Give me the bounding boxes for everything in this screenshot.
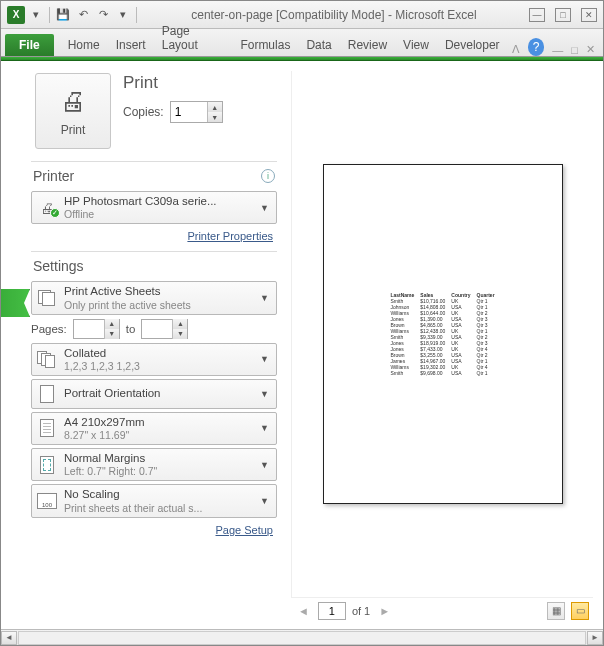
sheets-icon bbox=[36, 290, 58, 306]
settings-section-header: Settings bbox=[33, 258, 84, 274]
copies-input[interactable] bbox=[171, 105, 207, 119]
pages-to-label: to bbox=[126, 323, 136, 335]
margins-sub: Left: 0.7" Right: 0.7" bbox=[64, 465, 251, 477]
ribbon-minimize-icon[interactable]: ᐱ bbox=[508, 43, 524, 56]
printer-device-icon: 🖨✓ bbox=[36, 200, 58, 216]
zoom-to-page-button[interactable]: ▭ bbox=[571, 602, 589, 620]
scaling-sub: Print sheets at their actual s... bbox=[64, 502, 251, 514]
copies-up-icon[interactable]: ▲ bbox=[208, 102, 222, 112]
title-bar: X ▾ 💾 ↶ ↷ ▾ center-on-page [Compatibilit… bbox=[1, 1, 603, 29]
scaling-main: No Scaling bbox=[64, 488, 251, 501]
file-tab[interactable]: File bbox=[5, 34, 54, 56]
chevron-down-icon: ▼ bbox=[257, 203, 272, 213]
backstage-left-edge bbox=[1, 61, 31, 629]
tab-data[interactable]: Data bbox=[298, 34, 339, 56]
chevron-down-icon: ▼ bbox=[257, 496, 272, 506]
paper-sub: 8.27" x 11.69" bbox=[64, 429, 251, 441]
collation-main: Collated bbox=[64, 347, 251, 360]
orientation-dropdown[interactable]: Portrait Orientation ▼ bbox=[31, 379, 277, 409]
print-panel: 🖨 Print Print Copies: ▲▼ Printer i 🖨✓ bbox=[31, 61, 281, 629]
redo-icon[interactable]: ↷ bbox=[94, 6, 112, 24]
scaling-icon: 100 bbox=[36, 493, 58, 509]
print-what-main: Print Active Sheets bbox=[64, 285, 251, 298]
chevron-down-icon: ▼ bbox=[257, 460, 272, 470]
workbook-restore-icon[interactable]: □ bbox=[567, 44, 582, 56]
tab-home[interactable]: Home bbox=[60, 34, 108, 56]
paper-size-icon bbox=[36, 419, 58, 437]
tab-review[interactable]: Review bbox=[340, 34, 395, 56]
qat-dropdown-icon[interactable]: ▾ bbox=[27, 6, 45, 24]
minimize-button[interactable]: — bbox=[529, 8, 545, 22]
ribbon: File Home Insert Page Layout Formulas Da… bbox=[1, 29, 603, 57]
prev-page-icon[interactable]: ◄ bbox=[295, 605, 312, 617]
scroll-track[interactable] bbox=[18, 631, 586, 645]
printer-dropdown[interactable]: 🖨✓ HP Photosmart C309a serie... Offline … bbox=[31, 191, 277, 224]
collate-icon bbox=[36, 351, 58, 367]
collation-sub: 1,2,3 1,2,3 1,2,3 bbox=[64, 360, 251, 372]
backstage-notch-icon bbox=[0, 289, 30, 317]
horizontal-scrollbar[interactable]: ◄ ► bbox=[1, 629, 603, 645]
preview-sheet: LastNameSalesCountryQuarterSmith$10,716.… bbox=[323, 164, 563, 504]
print-preview-pane: LastNameSalesCountryQuarterSmith$10,716.… bbox=[281, 61, 603, 629]
page-setup-link[interactable]: Page Setup bbox=[216, 524, 274, 536]
pages-to-input[interactable] bbox=[142, 322, 172, 336]
printer-name: HP Photosmart C309a serie... bbox=[64, 195, 251, 208]
print-button-label: Print bbox=[61, 123, 86, 137]
pages-label: Pages: bbox=[31, 323, 67, 335]
margins-main: Normal Margins bbox=[64, 452, 251, 465]
orientation-main: Portrait Orientation bbox=[64, 387, 251, 400]
chevron-down-icon: ▼ bbox=[257, 423, 272, 433]
quick-access-toolbar: X ▾ 💾 ↶ ↷ ▾ bbox=[7, 6, 139, 24]
copies-label: Copies: bbox=[123, 105, 164, 119]
pages-from-spinbox[interactable]: ▲▼ bbox=[73, 319, 120, 339]
printer-status-text: Offline bbox=[64, 208, 251, 220]
workbook-close-icon[interactable]: ✕ bbox=[582, 43, 599, 56]
next-page-icon[interactable]: ► bbox=[376, 605, 393, 617]
orientation-icon bbox=[36, 385, 58, 403]
pages-from-input[interactable] bbox=[74, 322, 104, 336]
print-what-sub: Only print the active sheets bbox=[64, 299, 251, 311]
printer-icon: 🖨 bbox=[60, 86, 86, 117]
chevron-down-icon: ▼ bbox=[257, 354, 272, 364]
workbook-minimize-icon[interactable]: — bbox=[548, 44, 567, 56]
printer-info-icon[interactable]: i bbox=[261, 169, 275, 183]
maximize-button[interactable]: □ bbox=[555, 8, 571, 22]
help-icon[interactable]: ? bbox=[528, 38, 545, 56]
copies-spinbox[interactable]: ▲▼ bbox=[170, 101, 223, 123]
copies-down-icon[interactable]: ▼ bbox=[208, 112, 222, 122]
scroll-left-icon[interactable]: ◄ bbox=[1, 631, 17, 645]
tab-formulas[interactable]: Formulas bbox=[232, 34, 298, 56]
print-header: Print bbox=[123, 73, 223, 93]
margins-icon bbox=[36, 456, 58, 474]
tab-developer[interactable]: Developer bbox=[437, 34, 508, 56]
scaling-dropdown[interactable]: 100 No Scaling Print sheets at their act… bbox=[31, 484, 277, 517]
chevron-down-icon: ▼ bbox=[257, 389, 272, 399]
paper-size-dropdown[interactable]: A4 210x297mm 8.27" x 11.69" ▼ bbox=[31, 412, 277, 445]
save-icon[interactable]: 💾 bbox=[54, 6, 72, 24]
tab-insert[interactable]: Insert bbox=[108, 34, 154, 56]
margins-dropdown[interactable]: Normal Margins Left: 0.7" Right: 0.7" ▼ bbox=[31, 448, 277, 481]
chevron-down-icon: ▼ bbox=[257, 293, 272, 303]
undo-icon[interactable]: ↶ bbox=[74, 6, 92, 24]
collation-dropdown[interactable]: Collated 1,2,3 1,2,3 1,2,3 ▼ bbox=[31, 343, 277, 376]
tab-page-layout[interactable]: Page Layout bbox=[154, 20, 233, 56]
pages-to-spinbox[interactable]: ▲▼ bbox=[141, 319, 188, 339]
tab-view[interactable]: View bbox=[395, 34, 437, 56]
printer-section-header: Printer bbox=[33, 168, 74, 184]
preview-data-table: LastNameSalesCountryQuarterSmith$10,716.… bbox=[387, 292, 497, 376]
print-button[interactable]: 🖨 Print bbox=[35, 73, 111, 149]
paper-main: A4 210x297mm bbox=[64, 416, 251, 429]
preview-navigation: ◄ of 1 ► ▦ ▭ bbox=[291, 597, 593, 623]
printer-properties-link[interactable]: Printer Properties bbox=[187, 230, 273, 242]
excel-logo-icon: X bbox=[7, 6, 25, 24]
scroll-right-icon[interactable]: ► bbox=[587, 631, 603, 645]
show-margins-button[interactable]: ▦ bbox=[547, 602, 565, 620]
qat-more-icon[interactable]: ▾ bbox=[114, 6, 132, 24]
current-page-input[interactable] bbox=[318, 602, 346, 620]
close-button[interactable]: ✕ bbox=[581, 8, 597, 22]
page-of-label: of 1 bbox=[352, 605, 370, 617]
print-what-dropdown[interactable]: Print Active Sheets Only print the activ… bbox=[31, 281, 277, 314]
